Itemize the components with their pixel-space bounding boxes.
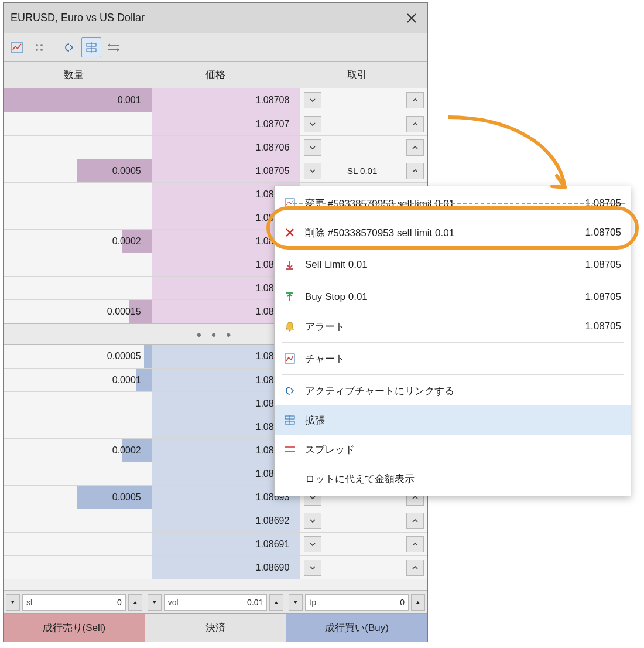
qty-cell: 0.00015 xyxy=(4,300,152,323)
vol-increment[interactable]: ▴ xyxy=(269,594,283,611)
link-chart-icon xyxy=(283,384,297,398)
ctx-alert[interactable]: アラート 1.08705 xyxy=(275,312,631,341)
qty-cell xyxy=(4,509,152,532)
qty-value: 0.0002 xyxy=(112,445,141,456)
ctx-extended[interactable]: 拡張 xyxy=(275,405,631,435)
trade-cell xyxy=(300,112,427,135)
annotation-arrow-icon xyxy=(442,111,577,205)
ctx-extended-label: 拡張 xyxy=(305,414,621,427)
price-cell[interactable]: 1.08705 xyxy=(152,159,301,182)
header-price: 価格 xyxy=(145,62,287,88)
tp-input[interactable]: tp0 xyxy=(305,594,409,611)
qty-value: 0.0005 xyxy=(112,492,141,503)
ctx-buy-stop-label: Buy Stop 0.01 xyxy=(305,291,577,303)
chevron-up-icon[interactable] xyxy=(406,116,424,132)
ctx-chart[interactable]: チャート xyxy=(275,344,631,373)
price-value: 1.08706 xyxy=(256,142,290,153)
market-sell-button[interactable]: 成行売り(Sell) xyxy=(4,614,145,642)
chevron-up-icon[interactable] xyxy=(406,560,424,576)
chevron-down-icon[interactable] xyxy=(304,560,321,576)
tool-spread-icon[interactable] xyxy=(104,37,124,57)
close-button[interactable] xyxy=(399,6,424,30)
price-cell[interactable]: 1.08690 xyxy=(152,556,301,579)
tp-decrement[interactable]: ▾ xyxy=(289,594,303,611)
context-menu: 変更 #50338570953 sell limit 0.01 1.08705 … xyxy=(274,186,631,496)
tool-link-icon[interactable] xyxy=(59,37,79,57)
chevron-down-icon[interactable] xyxy=(304,116,321,132)
qty-value: 0.0005 xyxy=(112,166,141,176)
qty-cell xyxy=(4,415,152,438)
order-inputs: ▾ sl0 ▴ ▾ vol0.01 ▴ ▾ tp0 ▴ xyxy=(4,590,427,613)
ctx-buy-stop[interactable]: Buy Stop 0.01 1.08705 xyxy=(275,282,631,312)
qty-cell xyxy=(4,277,152,299)
vol-value: 0.01 xyxy=(247,598,263,607)
price-cell[interactable]: 1.08691 xyxy=(152,533,301,555)
chevron-down-icon[interactable] xyxy=(304,536,321,552)
price-value: 1.08705 xyxy=(256,166,290,176)
tool-chart-icon[interactable] xyxy=(7,37,27,57)
ctx-link-chart[interactable]: アクティブチャートにリンクする xyxy=(275,376,631,405)
qty-cell: 0.0005 xyxy=(4,486,152,509)
ctx-money-display[interactable]: ロットに代えて金額表示 xyxy=(275,464,631,493)
qty-cell xyxy=(4,206,152,229)
ctx-sell-limit[interactable]: Sell Limit 0.01 1.08705 xyxy=(275,250,631,279)
trade-cell xyxy=(300,136,427,159)
spread-icon xyxy=(283,442,297,456)
header-qty: 数量 xyxy=(4,62,145,88)
price-value: 1.08708 xyxy=(256,95,290,105)
qty-cell: 0.001 xyxy=(4,88,152,112)
qty-value: 0.0002 xyxy=(112,236,141,247)
qty-cell: 0.0002 xyxy=(4,439,152,462)
table-row: 0.001 1.08708 xyxy=(4,88,427,112)
qty-cell: 0.0005 xyxy=(4,159,152,182)
vol-decrement[interactable]: ▾ xyxy=(148,594,162,611)
ctx-separator xyxy=(282,281,624,281)
ctx-sell-limit-price: 1.08705 xyxy=(585,259,621,271)
qty-cell xyxy=(4,183,152,206)
bell-icon xyxy=(283,319,297,333)
ctx-link-label: アクティブチャートにリンクする xyxy=(305,384,621,398)
close-position-button[interactable]: 決済 xyxy=(145,614,287,642)
window-title: EURUSD, Euro vs US Dollar xyxy=(11,12,145,24)
tool-extended-icon[interactable] xyxy=(81,37,101,57)
chevron-up-icon[interactable] xyxy=(406,139,424,156)
chevron-down-icon[interactable] xyxy=(304,513,321,529)
ctx-delete[interactable]: 削除 #50338570953 sell limit 0.01 1.08705 xyxy=(275,218,631,247)
ctx-delete-label: 削除 #50338570953 sell limit 0.01 xyxy=(305,226,577,240)
chevron-down-icon[interactable] xyxy=(304,92,321,108)
ctx-spread[interactable]: スプレッド xyxy=(275,435,631,464)
sl-input[interactable]: sl0 xyxy=(22,594,126,611)
price-cell[interactable]: 1.08706 xyxy=(152,136,301,159)
qty-cell: 0.0001 xyxy=(4,369,152,391)
tp-increment[interactable]: ▴ xyxy=(411,594,425,611)
svg-point-2 xyxy=(40,44,43,46)
sl-decrement[interactable]: ▾ xyxy=(6,594,20,611)
toolbar xyxy=(4,33,427,62)
sl-increment[interactable]: ▴ xyxy=(128,594,142,611)
chevron-down-icon[interactable] xyxy=(304,139,321,156)
svg-point-13 xyxy=(289,330,291,332)
price-value: 1.08707 xyxy=(256,119,290,129)
market-buy-button[interactable]: 成行買い(Buy) xyxy=(286,614,427,642)
chevron-up-icon[interactable] xyxy=(406,513,424,529)
chevron-down-icon[interactable] xyxy=(304,163,321,179)
chevron-up-icon[interactable] xyxy=(406,163,424,179)
qty-value: 0.00015 xyxy=(107,306,141,317)
chevron-up-icon[interactable] xyxy=(406,536,424,552)
qty-cell xyxy=(4,533,152,555)
buy-stop-icon xyxy=(283,290,297,304)
qty-value: 0.001 xyxy=(118,95,141,105)
price-value: 1.08691 xyxy=(256,539,290,550)
qty-value: 0.00005 xyxy=(107,351,141,361)
tool-settings-icon[interactable] xyxy=(29,37,49,57)
price-cell[interactable]: 1.08692 xyxy=(152,509,301,532)
ctx-separator xyxy=(282,342,624,343)
price-cell[interactable]: 1.08708 xyxy=(152,88,301,112)
tp-label: tp xyxy=(309,598,316,607)
svg-rect-10 xyxy=(285,199,294,208)
chevron-up-icon[interactable] xyxy=(406,92,424,108)
price-cell[interactable]: 1.08707 xyxy=(152,112,301,135)
titlebar: EURUSD, Euro vs US Dollar xyxy=(4,3,427,33)
table-header: 数量 価格 取引 xyxy=(4,62,427,88)
vol-input[interactable]: vol0.01 xyxy=(164,594,268,611)
